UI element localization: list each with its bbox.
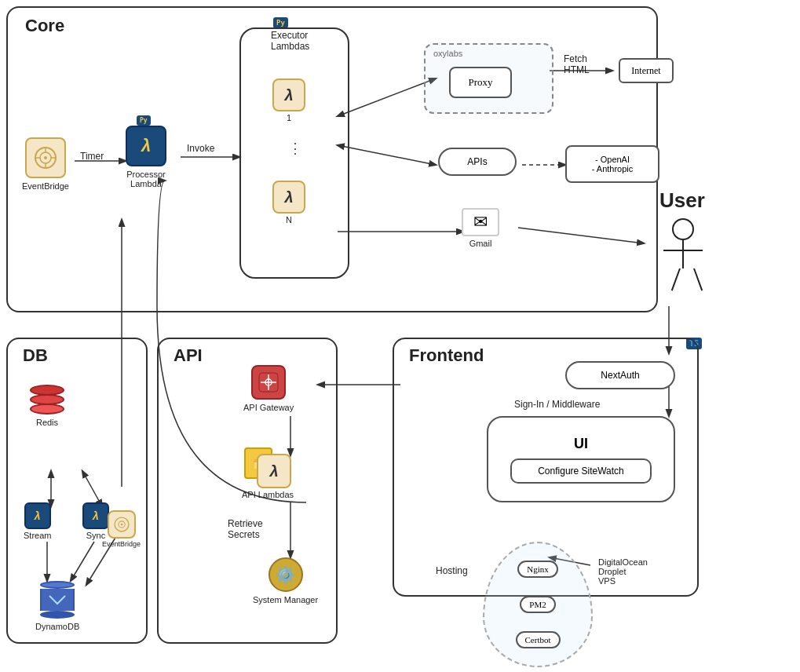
- executor-lambdas-label: ExecutorLambdas: [271, 30, 309, 52]
- apis-label: APIs: [467, 156, 487, 167]
- stream-lambda-icon: λ: [24, 502, 51, 529]
- eventbridge-icon: [25, 137, 66, 178]
- hosting-label: Hosting: [436, 565, 468, 576]
- digitalocean-label: DigitalOceanDropletVPS: [598, 557, 648, 586]
- apis-box: APIs: [438, 148, 517, 176]
- system-manager-icon: ⚙️: [268, 557, 303, 592]
- lambda-n-component: λ N: [272, 181, 305, 225]
- ui-box: UI Configure SiteWatch: [487, 416, 675, 502]
- ui-label: UI: [574, 436, 588, 452]
- nextauth-box: NextAuth: [565, 361, 675, 389]
- system-manager-component: ⚙️ System Manager: [253, 557, 318, 604]
- proxy-icon: Proxy: [449, 67, 512, 98]
- stickman-head: [672, 218, 694, 240]
- timer-label: Timer: [80, 151, 104, 162]
- lambda-1-label: 1: [287, 113, 291, 122]
- eventbridge-db-label: EventBridge: [102, 540, 141, 548]
- api-lambdas-label: API Lambdas: [242, 490, 294, 499]
- redis-component: Redis: [30, 385, 64, 427]
- api-label: API: [170, 345, 206, 366]
- stream-label: Stream: [24, 531, 51, 540]
- gmail-icon: ✉: [462, 208, 499, 236]
- user-label: User: [659, 188, 705, 213]
- proxy-label: Proxy: [468, 76, 492, 89]
- redis-icon: [30, 385, 64, 415]
- invoke-label: Invoke: [187, 143, 214, 154]
- dynamodb-icon: [40, 581, 75, 619]
- internet-label: Internet: [631, 65, 660, 77]
- eventbridge-component: EventBridge: [22, 137, 69, 191]
- python-badge-executor: Py: [273, 17, 288, 28]
- eventbridge-db-icon: [108, 510, 136, 539]
- nginx-box: Nginx: [517, 561, 558, 578]
- lambda-n-label: N: [286, 215, 292, 225]
- oxylabs-box: oxylabs Proxy: [424, 43, 553, 114]
- svg-point-29: [120, 524, 122, 526]
- stickman-body: [659, 240, 707, 303]
- processor-lambda-icon: λ: [126, 126, 166, 166]
- gmail-component: ✉ Gmail: [462, 208, 499, 248]
- configure-sitewatch-label: Configure SiteWatch: [538, 466, 624, 477]
- lambda-1-icon: λ: [272, 79, 305, 111]
- certbot-label: Certbot: [525, 635, 551, 645]
- lambda-1-component: λ 1: [272, 79, 305, 122]
- processor-lambda-label: ProcessorLambda: [126, 170, 166, 188]
- signin-label: Sign-In / Middleware: [514, 399, 600, 410]
- eventbridge-db-component: EventBridge: [102, 510, 141, 548]
- dots: ⋮: [288, 140, 302, 157]
- dynamodb-component: DynamoDB: [35, 581, 79, 631]
- gmail-label: Gmail: [469, 239, 492, 248]
- lambda-n-icon: λ: [272, 181, 305, 214]
- nextauth-label: NextAuth: [601, 370, 639, 381]
- pm2-label: PM2: [529, 600, 546, 609]
- core-label: Core: [20, 16, 69, 36]
- fetch-html-label: FetchHTML: [564, 53, 590, 75]
- openai-box: - OpenAI- Anthropic: [565, 145, 659, 183]
- diagram: Core EventBridge Timer Py λ ProcessorLam…: [0, 0, 800, 672]
- dynamodb-label: DynamoDB: [35, 622, 79, 631]
- certbot-box: Certbot: [516, 631, 561, 648]
- db-label: DB: [19, 345, 52, 366]
- api-lambda-icon: λ: [257, 454, 291, 488]
- redis-label: Redis: [36, 418, 58, 427]
- internet-box: Internet: [619, 58, 674, 83]
- retrieve-secrets-label: RetrieveSecrets: [228, 518, 263, 540]
- openai-label: - OpenAI- Anthropic: [592, 155, 634, 173]
- system-manager-label: System Manager: [253, 595, 318, 604]
- api-lambdas-icons: 📁 λ: [244, 447, 291, 487]
- pm2-box: PM2: [520, 596, 555, 613]
- configure-sitewatch-box: Configure SiteWatch: [510, 458, 652, 484]
- api-lambdas-component: 📁 λ API Lambdas: [242, 447, 294, 499]
- api-gateway-component: API Gateway: [243, 365, 294, 412]
- stream-lambda-component: λ Stream: [24, 502, 51, 540]
- processor-lambda-component: λ ProcessorLambda: [126, 126, 166, 188]
- python-badge: Py: [137, 115, 151, 126]
- api-gateway-label: API Gateway: [243, 403, 294, 412]
- frontend-label: Frontend: [405, 345, 488, 366]
- nginx-label: Nginx: [527, 564, 549, 574]
- svg-point-22: [44, 156, 47, 159]
- user-stickman: [659, 218, 707, 303]
- eventbridge-label: EventBridge: [22, 181, 69, 191]
- api-gateway-icon: [251, 365, 286, 400]
- oxylabs-label: oxylabs: [433, 49, 462, 58]
